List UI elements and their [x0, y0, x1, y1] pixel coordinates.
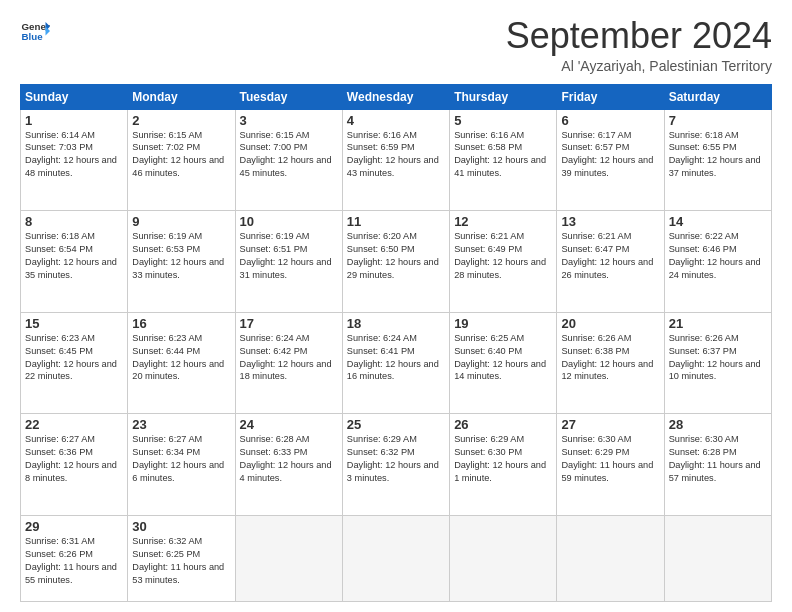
logo: General Blue — [20, 16, 50, 46]
logo-icon: General Blue — [20, 16, 50, 46]
col-tuesday: Tuesday — [235, 84, 342, 109]
table-row: 22Sunrise: 6:27 AMSunset: 6:36 PMDayligh… — [21, 414, 128, 516]
table-row: 16Sunrise: 6:23 AMSunset: 6:44 PMDayligh… — [128, 312, 235, 414]
table-row — [235, 515, 342, 601]
table-row: 8Sunrise: 6:18 AMSunset: 6:54 PMDaylight… — [21, 211, 128, 313]
table-row: 9Sunrise: 6:19 AMSunset: 6:53 PMDaylight… — [128, 211, 235, 313]
table-row: 17Sunrise: 6:24 AMSunset: 6:42 PMDayligh… — [235, 312, 342, 414]
col-thursday: Thursday — [450, 84, 557, 109]
table-row — [557, 515, 664, 601]
table-row — [664, 515, 771, 601]
col-sunday: Sunday — [21, 84, 128, 109]
table-row: 30Sunrise: 6:32 AMSunset: 6:25 PMDayligh… — [128, 515, 235, 601]
calendar-table: Sunday Monday Tuesday Wednesday Thursday… — [20, 84, 772, 602]
table-row: 19Sunrise: 6:25 AMSunset: 6:40 PMDayligh… — [450, 312, 557, 414]
col-wednesday: Wednesday — [342, 84, 449, 109]
table-row: 24Sunrise: 6:28 AMSunset: 6:33 PMDayligh… — [235, 414, 342, 516]
header: General Blue September 2024 Al 'Ayzariya… — [20, 16, 772, 74]
table-row — [342, 515, 449, 601]
subtitle: Al 'Ayzariyah, Palestinian Territory — [506, 58, 772, 74]
table-row — [450, 515, 557, 601]
col-saturday: Saturday — [664, 84, 771, 109]
table-row: 14Sunrise: 6:22 AMSunset: 6:46 PMDayligh… — [664, 211, 771, 313]
page: General Blue September 2024 Al 'Ayzariya… — [0, 0, 792, 612]
table-row: 27Sunrise: 6:30 AMSunset: 6:29 PMDayligh… — [557, 414, 664, 516]
table-row: 12Sunrise: 6:21 AMSunset: 6:49 PMDayligh… — [450, 211, 557, 313]
table-row: 11Sunrise: 6:20 AMSunset: 6:50 PMDayligh… — [342, 211, 449, 313]
col-friday: Friday — [557, 84, 664, 109]
table-row: 29Sunrise: 6:31 AMSunset: 6:26 PMDayligh… — [21, 515, 128, 601]
table-row: 10Sunrise: 6:19 AMSunset: 6:51 PMDayligh… — [235, 211, 342, 313]
table-row: 18Sunrise: 6:24 AMSunset: 6:41 PMDayligh… — [342, 312, 449, 414]
table-row: 2Sunrise: 6:15 AMSunset: 7:02 PMDaylight… — [128, 109, 235, 211]
calendar-header-row: Sunday Monday Tuesday Wednesday Thursday… — [21, 84, 772, 109]
table-row: 5Sunrise: 6:16 AMSunset: 6:58 PMDaylight… — [450, 109, 557, 211]
table-row: 20Sunrise: 6:26 AMSunset: 6:38 PMDayligh… — [557, 312, 664, 414]
table-row: 6Sunrise: 6:17 AMSunset: 6:57 PMDaylight… — [557, 109, 664, 211]
table-row: 23Sunrise: 6:27 AMSunset: 6:34 PMDayligh… — [128, 414, 235, 516]
table-row: 25Sunrise: 6:29 AMSunset: 6:32 PMDayligh… — [342, 414, 449, 516]
table-row: 15Sunrise: 6:23 AMSunset: 6:45 PMDayligh… — [21, 312, 128, 414]
table-row: 1Sunrise: 6:14 AMSunset: 7:03 PMDaylight… — [21, 109, 128, 211]
table-row: 3Sunrise: 6:15 AMSunset: 7:00 PMDaylight… — [235, 109, 342, 211]
title-block: September 2024 Al 'Ayzariyah, Palestinia… — [506, 16, 772, 74]
svg-text:Blue: Blue — [22, 31, 44, 42]
col-monday: Monday — [128, 84, 235, 109]
table-row: 7Sunrise: 6:18 AMSunset: 6:55 PMDaylight… — [664, 109, 771, 211]
table-row: 21Sunrise: 6:26 AMSunset: 6:37 PMDayligh… — [664, 312, 771, 414]
table-row: 28Sunrise: 6:30 AMSunset: 6:28 PMDayligh… — [664, 414, 771, 516]
table-row: 4Sunrise: 6:16 AMSunset: 6:59 PMDaylight… — [342, 109, 449, 211]
month-title: September 2024 — [506, 16, 772, 56]
table-row: 13Sunrise: 6:21 AMSunset: 6:47 PMDayligh… — [557, 211, 664, 313]
table-row: 26Sunrise: 6:29 AMSunset: 6:30 PMDayligh… — [450, 414, 557, 516]
